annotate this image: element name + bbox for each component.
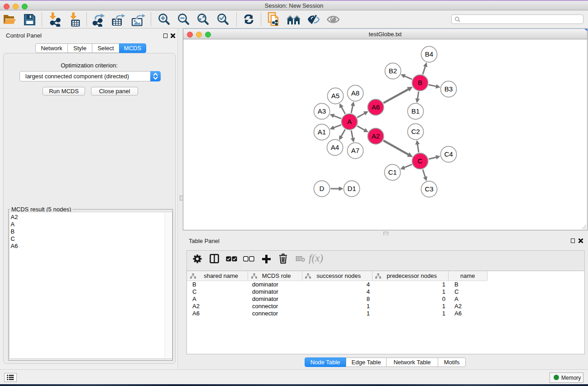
svg-text:B3: B3 xyxy=(445,85,453,93)
svg-text:C4: C4 xyxy=(444,150,453,158)
svg-text:D: D xyxy=(320,185,325,192)
svg-text:D1: D1 xyxy=(347,185,356,192)
svg-text:C2: C2 xyxy=(411,128,420,135)
svg-text:C1: C1 xyxy=(388,168,397,176)
svg-text:A8: A8 xyxy=(351,89,359,97)
svg-text:A6: A6 xyxy=(372,103,380,111)
svg-text:C3: C3 xyxy=(425,185,433,193)
svg-text:B2: B2 xyxy=(389,67,397,75)
svg-text:C: C xyxy=(418,157,423,165)
svg-text:A4: A4 xyxy=(331,143,339,151)
svg-text:B1: B1 xyxy=(411,107,420,115)
svg-text:B: B xyxy=(418,79,422,86)
svg-text:B4: B4 xyxy=(425,50,433,58)
svg-text:A2: A2 xyxy=(372,132,380,140)
svg-text:A: A xyxy=(347,118,352,125)
svg-text:A5: A5 xyxy=(331,92,339,100)
svg-text:A7: A7 xyxy=(351,147,359,154)
svg-text:A3: A3 xyxy=(318,107,326,115)
svg-text:A1: A1 xyxy=(318,128,326,136)
